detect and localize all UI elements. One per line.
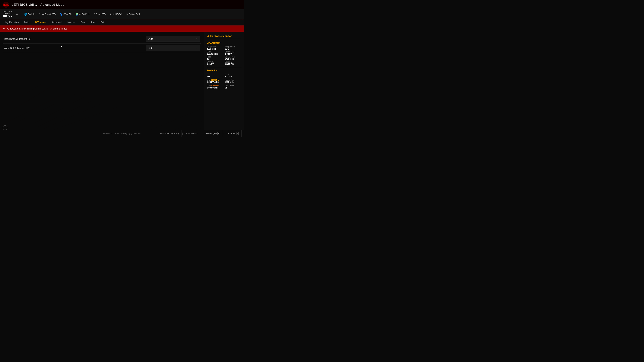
- setting-control-read-drift: Auto ▼: [146, 36, 200, 42]
- nav-ai-tweaker[interactable]: Ai Tweaker: [32, 19, 49, 25]
- divider-1: |: [21, 13, 21, 15]
- fan-icon: 🌀: [60, 13, 62, 15]
- hw-ratio-label: Ratio 43x: [207, 56, 224, 60]
- hw-dos-thresh: Dos Thresh 91: [225, 85, 242, 89]
- setting-label-write-drift: Write Drift Adjustment P0: [4, 47, 146, 49]
- footer: Version 2.22.1284 Copyright (C) 2024 AMI…: [0, 130, 244, 137]
- ai-icon: 🌍: [76, 13, 78, 15]
- hw-cpu-memory-grid: Frequency 4300 MHz Temperature 33°C BCLK…: [207, 46, 242, 65]
- hw-dram-freq-label: DRAM Freq. 6400 MHz: [225, 56, 242, 60]
- hw-heavy-freq: Heavy Freq 5205 MHz: [225, 79, 242, 83]
- aura-icon: ✦: [110, 13, 112, 15]
- footer-sep-1: |: [182, 132, 184, 135]
- hw-core-voltage-label: Core Voltage 1.323 V: [225, 51, 242, 55]
- hw-monitor-title: ⊞ Hardware Monitor: [207, 34, 242, 39]
- last-modified-button[interactable]: Last Modified: [184, 130, 201, 137]
- search-icon: ?: [94, 13, 95, 15]
- hw-v5205-left: V for 5205MHz 1.260 V @L5: [207, 79, 224, 83]
- q-dashboard-button[interactable]: Q-Dashboard(Insert): [158, 130, 182, 137]
- hw-mc-volt-label: MC Volt. 1.412 V: [207, 61, 224, 65]
- qfan-button[interactable]: 🌀 Qfan(F6): [58, 12, 73, 16]
- nav-bar: My Favorites Main Ai Tweaker Advanced Mo…: [0, 19, 244, 25]
- setting-row-write-drift: Write Drift Adjustment P0 Auto ▼: [3, 43, 201, 53]
- setting-row-read-drift: Read Drift Adjustment P0 Auto ▼: [3, 34, 201, 43]
- resize-icon: ⊡: [126, 13, 128, 15]
- my-favorite-button[interactable]: ☆ My Favorite(F3): [37, 12, 57, 16]
- nav-tool[interactable]: Tool: [88, 19, 98, 25]
- rog-logo: ROG: [3, 1, 10, 8]
- hot-keys-button[interactable]: Hot Keys ?: [225, 130, 242, 137]
- write-drift-dropdown[interactable]: Auto ▼: [146, 45, 200, 51]
- read-drift-value: Auto: [148, 37, 153, 40]
- app-title: UEFI BIOS Utility - Advanced Mode: [12, 3, 64, 6]
- hw-monitor-icon: ⊞: [207, 34, 209, 37]
- hw-divider: [207, 67, 242, 67]
- hw-prediction-title: Prediction: [207, 69, 242, 71]
- hw-sp-label: SP 119: [207, 73, 224, 78]
- search-button[interactable]: ? Search(F9): [92, 12, 108, 16]
- toolbar: 09/27/2024 Friday 00:27 ⚙ | 🌐 English ☆ …: [0, 9, 244, 19]
- ez-mode-button[interactable]: EzMode(F7) ↦: [203, 130, 223, 137]
- footer-sep-2: |: [201, 132, 203, 135]
- dropdown-arrow-2: ▼: [196, 47, 198, 49]
- ez-mode-icon: ↦: [217, 132, 220, 135]
- nav-exit[interactable]: Exit: [98, 19, 107, 25]
- nav-main[interactable]: Main: [22, 19, 32, 25]
- hardware-monitor-panel: ⊞ Hardware Monitor CPU/Memory Frequency …: [204, 32, 244, 137]
- hw-bclk-label: BCLK 100.00 MHz: [207, 51, 224, 55]
- favorite-icon: ☆: [38, 13, 40, 15]
- hw-v5205-row: V for 5205MHz 1.260 V @L5 Heavy Freq 520…: [207, 79, 242, 83]
- hw-sp-cooler-row: SP 119 Cooler 166 pts: [207, 73, 242, 78]
- hw-frequency-label: Frequency 4300 MHz: [207, 46, 224, 50]
- read-drift-dropdown[interactable]: Auto ▼: [146, 36, 200, 42]
- globe-icon: 🌐: [24, 13, 27, 15]
- breadcrumb: ← Ai Tweaker\DRAM Timing Control\DDR Tur…: [0, 25, 244, 32]
- date-display: 09/27/2024: [3, 10, 12, 12]
- hot-keys-icon: ?: [236, 132, 239, 135]
- time-display: 00:27: [3, 14, 12, 18]
- info-button[interactable]: i: [3, 125, 8, 130]
- nav-boot[interactable]: Boot: [78, 19, 88, 25]
- settings-button[interactable]: ⚙: [15, 12, 19, 16]
- version-text: Version 2.22.1284 Copyright (C) 2024 AMI: [103, 132, 141, 135]
- hw-cpu-memory-title: CPU/Memory: [207, 41, 242, 44]
- dropdown-arrow-1: ▼: [196, 38, 198, 40]
- nav-advanced[interactable]: Advanced: [49, 19, 64, 25]
- datetime-display: 09/27/2024 Friday 00:27: [3, 10, 13, 18]
- settings-panel: Read Drift Adjustment P0 Auto ▼ Write Dr…: [0, 32, 204, 137]
- breadcrumb-text: Ai Tweaker\DRAM Timing Control\DDR Turna…: [7, 27, 67, 30]
- nav-monitor[interactable]: Monitor: [65, 19, 78, 25]
- setting-control-write-drift: Auto ▼: [146, 45, 200, 51]
- hw-v4300-left: V for 4300MHz 0.930 V @L5: [207, 85, 224, 89]
- svg-text:ROG: ROG: [3, 3, 9, 6]
- language-button[interactable]: 🌐 English: [22, 12, 36, 16]
- hw-v4300-row: V for 4300MHz 0.930 V @L5 Dos Thresh 91: [207, 85, 242, 89]
- info-bar: i: [3, 125, 8, 130]
- setting-label-read-drift: Read Drift Adjustment P0: [4, 37, 146, 40]
- nav-my-favorites[interactable]: My Favorites: [3, 19, 22, 25]
- ai-oc-button[interactable]: 🌍 AI OC(F11): [74, 12, 91, 16]
- hw-temperature-label: Temperature 33°C: [225, 46, 242, 50]
- write-drift-value: Auto: [148, 47, 153, 49]
- aura-button[interactable]: ✦ AURA(F4): [108, 12, 124, 16]
- hw-capacity-label: Capacity 32768 MB: [225, 61, 242, 65]
- breadcrumb-back-button[interactable]: ←: [3, 27, 6, 30]
- footer-sep-3: |: [223, 132, 225, 135]
- hw-cooler-label: Cooler 166 pts: [225, 73, 242, 78]
- resize-bar-button[interactable]: ⊡ ReSize BAR: [124, 12, 142, 16]
